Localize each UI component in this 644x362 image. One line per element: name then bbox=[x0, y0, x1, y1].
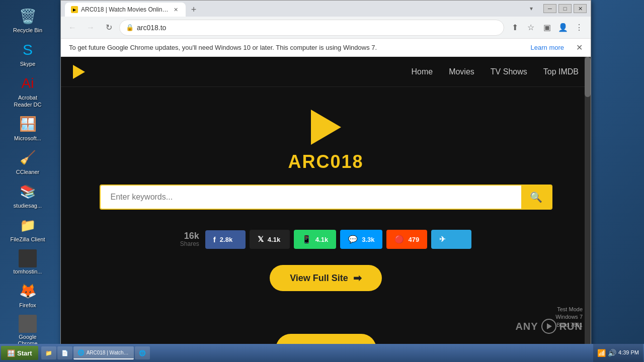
studiesag-label: studiesag... bbox=[14, 203, 42, 209]
whatsapp-share-button[interactable]: 📱 4.1k bbox=[294, 230, 336, 249]
site-nav: Home Movies TV Shows Top IMDB bbox=[61, 57, 591, 87]
bookmark-icon[interactable]: ☆ bbox=[523, 20, 538, 35]
back-button[interactable]: ← bbox=[65, 20, 80, 35]
sidepanel-icon[interactable]: ▣ bbox=[539, 20, 554, 35]
info-bar: To get future Google Chrome updates, you… bbox=[61, 39, 591, 57]
taskbar-item-chrome[interactable]: 🌐 ARC018 | Watch Mo... bbox=[73, 346, 134, 359]
search-icon: 🔍 bbox=[530, 191, 542, 203]
browser-toolbar: ← → ↻ 🔒 ⬆ ☆ ▣ 👤 ⋮ bbox=[61, 17, 591, 39]
security-icon: 🔒 bbox=[126, 24, 134, 31]
ccleaner-label: CCleaner bbox=[16, 169, 39, 175]
twitter-icon: 𝕏 bbox=[258, 235, 264, 244]
view-full-site-button[interactable]: View Full Site ➡ bbox=[270, 265, 382, 291]
reddit-share-button[interactable]: 🔴 479 bbox=[386, 230, 427, 249]
scrollbar-thumb[interactable] bbox=[585, 57, 591, 97]
desktop-icon-acrobat[interactable]: Ai Acrobat Reader DC bbox=[8, 71, 48, 110]
anyrun-logo-icon bbox=[541, 319, 556, 334]
active-tab[interactable]: ▶ ARC018 | Watch Movies Online, Str... ✕ bbox=[65, 3, 186, 17]
taskbar-item-ie[interactable]: 🌐 bbox=[135, 346, 150, 359]
view-full-site-label: View Full Site bbox=[290, 273, 348, 284]
anyrun-triangle bbox=[547, 323, 552, 329]
taskbar-item-explorer[interactable]: 📁 bbox=[41, 346, 56, 359]
info-bar-text: To get future Google Chrome updates, you… bbox=[69, 44, 377, 51]
desktop-icons-panel: 🗑️ Recycle Bin S Skype Ai Acrobat Reader… bbox=[0, 0, 55, 342]
acrobat-label: Acrobat Reader DC bbox=[10, 95, 46, 108]
microsoft-icon: 🪟 bbox=[18, 114, 38, 134]
search-button[interactable]: 🔍 bbox=[521, 186, 551, 209]
nav-movies[interactable]: Movies bbox=[449, 67, 474, 76]
acrobat-icon: Ai bbox=[18, 73, 38, 94]
messenger-share-button[interactable]: 💬 3.3k bbox=[340, 230, 382, 249]
taskbar-item-word1[interactable]: 📄 bbox=[57, 346, 72, 359]
ccleaner-icon: 🧹 bbox=[18, 148, 38, 168]
facebook-icon: f bbox=[213, 235, 216, 244]
profile-icon[interactable]: 👤 bbox=[555, 20, 571, 35]
site-logo-icon bbox=[73, 65, 85, 79]
facebook-share-button[interactable]: f 2.8k bbox=[205, 230, 246, 249]
whatsapp-icon: 📱 bbox=[302, 235, 311, 244]
testmode-label: Test Mode bbox=[555, 306, 583, 313]
tab-bar: ▶ ARC018 | Watch Movies Online, Str... ✕… bbox=[65, 1, 523, 17]
recycle-bin-icon: 🗑️ bbox=[18, 6, 38, 26]
filezilla-label: FileZilla Client bbox=[10, 236, 45, 243]
share-section: 16k Shares f 2.8k 𝕏 4.1k 📱 4.1k 💬 3 bbox=[61, 230, 591, 249]
taskbar: 🪟 Start 📁 📄 🌐 ARC018 | Watch Mo... 🌐 📶 🔊… bbox=[0, 344, 644, 362]
telegram-icon: ✈ bbox=[439, 235, 446, 244]
hero-section: ARC018 🔍 bbox=[61, 87, 591, 220]
messenger-count: 3.3k bbox=[362, 236, 374, 243]
ie-icon: 🌐 bbox=[139, 350, 146, 356]
desktop-icon-skype[interactable]: S Skype bbox=[8, 38, 48, 69]
share-count: 16k bbox=[180, 231, 199, 240]
forward-button[interactable]: → bbox=[83, 20, 98, 35]
telegram-share-button[interactable]: ✈ bbox=[431, 230, 471, 249]
network-tray-icon: 📶 bbox=[597, 349, 606, 357]
site-content: Home Movies TV Shows Top IMDB ARC018 bbox=[61, 57, 591, 349]
desktop-icon-tomhosting[interactable]: tomhostin... bbox=[8, 247, 48, 277]
nav-tv-shows[interactable]: TV Shows bbox=[491, 67, 527, 76]
desktop-icon-microsoft[interactable]: 🪟 Microsoft... bbox=[8, 112, 48, 144]
title-bar: ▶ ARC018 | Watch Movies Online, Str... ✕… bbox=[61, 1, 591, 17]
close-button[interactable]: ✕ bbox=[574, 4, 587, 13]
maximize-button[interactable]: □ bbox=[558, 4, 572, 13]
tab-dropdown-icon[interactable]: ▾ bbox=[525, 3, 537, 15]
tab-close-button[interactable]: ✕ bbox=[172, 6, 180, 14]
share-label: Shares bbox=[180, 240, 199, 247]
start-button[interactable]: 🪟 Start bbox=[1, 346, 38, 360]
browser-window: ▶ ARC018 | Watch Movies Online, Str... ✕… bbox=[60, 0, 591, 349]
menu-icon[interactable]: ⋮ bbox=[572, 20, 587, 35]
hero-logo-triangle bbox=[311, 110, 341, 145]
desktop-icon-firefox[interactable]: 🦊 Firefox bbox=[8, 279, 48, 311]
reddit-count: 479 bbox=[408, 236, 419, 243]
twitter-count: 4.1k bbox=[268, 236, 280, 243]
reload-button[interactable]: ↻ bbox=[101, 20, 116, 35]
tab-favicon: ▶ bbox=[71, 6, 78, 13]
volume-tray-icon: 🔊 bbox=[608, 349, 616, 357]
system-time: 4:39 PM bbox=[618, 349, 639, 356]
firefox-label: Firefox bbox=[19, 302, 36, 309]
address-bar[interactable] bbox=[137, 24, 498, 32]
recycle-bin-label: Recycle Bin bbox=[13, 27, 42, 34]
minimize-button[interactable]: ─ bbox=[543, 4, 556, 13]
testmode-watermark: Test Mode Windows 7 Build 7601 bbox=[555, 306, 583, 329]
nav-home[interactable]: Home bbox=[411, 67, 433, 76]
desktop-icon-filezilla[interactable]: 📁 FileZilla Client bbox=[8, 213, 48, 245]
search-input[interactable] bbox=[101, 186, 521, 209]
testmode-build: Build 7601 bbox=[555, 321, 583, 329]
learn-more-link[interactable]: Learn more bbox=[531, 44, 564, 51]
address-bar-container[interactable]: 🔒 bbox=[119, 20, 504, 36]
desktop-icon-recycle-bin[interactable]: 🗑️ Recycle Bin bbox=[8, 4, 48, 36]
twitter-share-button[interactable]: 𝕏 4.1k bbox=[250, 230, 290, 249]
clock-time: 4:39 PM bbox=[618, 349, 639, 356]
nav-top-imdb[interactable]: Top IMDB bbox=[543, 67, 579, 76]
desktop-icon-ccleaner[interactable]: 🧹 CCleaner bbox=[8, 146, 48, 177]
scrollbar[interactable] bbox=[585, 57, 591, 349]
info-bar-close[interactable]: ✕ bbox=[576, 43, 583, 52]
site-nav-links: Home Movies TV Shows Top IMDB bbox=[411, 67, 579, 76]
windows-icon: 🪟 bbox=[7, 349, 15, 357]
desktop-icon-studiesag[interactable]: 📚 studiesag... bbox=[8, 179, 48, 211]
new-tab-button[interactable]: + bbox=[187, 3, 201, 17]
reddit-icon: 🔴 bbox=[394, 235, 404, 244]
firefox-icon: 🦊 bbox=[18, 281, 38, 301]
share-icon[interactable]: ⬆ bbox=[507, 20, 522, 35]
arrow-icon: ➡ bbox=[353, 272, 362, 284]
